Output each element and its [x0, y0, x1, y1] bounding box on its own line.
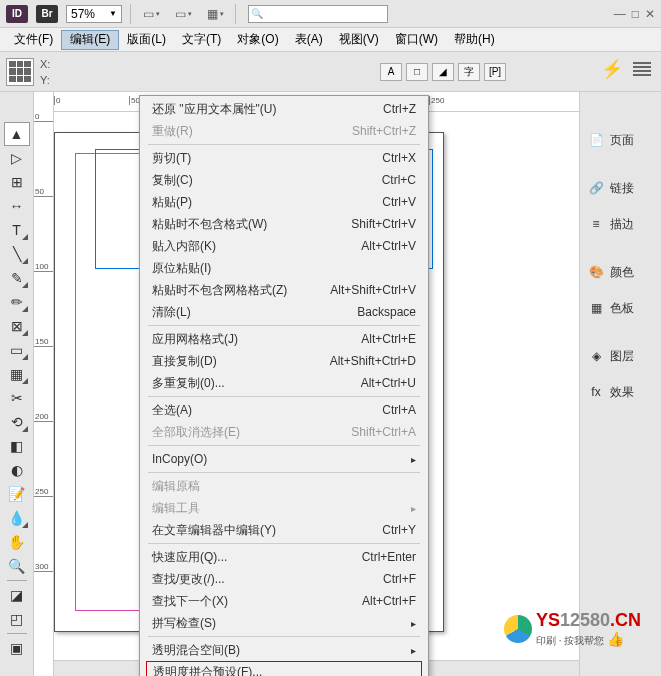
- menu-item[interactable]: 复制(C)Ctrl+C: [140, 169, 428, 191]
- page-tool-icon[interactable]: ⊞: [4, 170, 30, 194]
- menu-file[interactable]: 文件(F): [6, 30, 61, 50]
- panel-label: 图层: [610, 348, 634, 365]
- text-tool-icon[interactable]: A: [380, 63, 402, 81]
- screen-mode-icon[interactable]: ▭: [171, 4, 195, 24]
- zoom-dropdown[interactable]: 57%▼: [66, 5, 122, 23]
- menu-item[interactable]: 拼写检查(S): [140, 612, 428, 634]
- panel-icon: 🎨: [588, 264, 604, 280]
- reference-point-icon[interactable]: [6, 58, 34, 86]
- panel-label: 色板: [610, 300, 634, 317]
- minimize-icon[interactable]: —: [614, 7, 626, 21]
- menu-type[interactable]: 文字(T): [174, 30, 229, 50]
- menu-item[interactable]: 直接复制(D)Alt+Shift+Ctrl+D: [140, 350, 428, 372]
- menu-item[interactable]: 原位粘贴(I): [140, 257, 428, 279]
- panel-tab[interactable]: fx效果: [580, 374, 661, 410]
- menu-item[interactable]: 应用网格格式(J)Alt+Ctrl+E: [140, 328, 428, 350]
- panel-tab[interactable]: ▦色板: [580, 290, 661, 326]
- panel-tab[interactable]: 🎨颜色: [580, 254, 661, 290]
- control-bar: X: Y: A □ ◢ 字 [P] ⚡: [0, 52, 661, 92]
- panel-tab[interactable]: ◈图层: [580, 338, 661, 374]
- menu-help[interactable]: 帮助(H): [446, 30, 503, 50]
- maximize-icon[interactable]: □: [632, 7, 639, 21]
- panel-icon: 🔗: [588, 180, 604, 196]
- menu-item[interactable]: 多重复制(0)...Alt+Ctrl+U: [140, 372, 428, 394]
- menu-item[interactable]: 剪切(T)Ctrl+X: [140, 147, 428, 169]
- rectangle-tool-icon[interactable]: ▭: [4, 338, 30, 362]
- workspace: ▲ ▷ ⊞ ↔ T ╲ ✎ ✏ ⊠ ▭ ▦ ✂ ⟲ ◧ ◐ 📝 💧 ✋ 🔍 ◪ …: [0, 92, 661, 676]
- thumbs-up-icon: 👍: [607, 631, 624, 647]
- edit-menu-dropdown: 还原 "应用文本属性"(U)Ctrl+Z重做(R)Shift+Ctrl+Z剪切(…: [139, 95, 429, 676]
- menu-item[interactable]: 查找下一个(X)Alt+Ctrl+F: [140, 590, 428, 612]
- type-tool-icon[interactable]: T: [4, 218, 30, 242]
- direct-selection-tool-icon[interactable]: ▷: [4, 146, 30, 170]
- menu-bar: 文件(F) 编辑(E) 版面(L) 文字(T) 对象(O) 表(A) 视图(V)…: [0, 28, 661, 52]
- grid-tool-icon[interactable]: ▦: [4, 362, 30, 386]
- panel-icon: 📄: [588, 132, 604, 148]
- panel-label: 描边: [610, 216, 634, 233]
- menu-item[interactable]: 全选(A)Ctrl+A: [140, 399, 428, 421]
- menu-item[interactable]: 快速应用(Q)...Ctrl+Enter: [140, 546, 428, 568]
- menu-view[interactable]: 视图(V): [331, 30, 387, 50]
- panel-tab[interactable]: ≡描边: [580, 206, 661, 242]
- selection-tool-icon[interactable]: ▲: [4, 122, 30, 146]
- menu-item[interactable]: 粘贴(P)Ctrl+V: [140, 191, 428, 213]
- menu-layout[interactable]: 版面(L): [119, 30, 174, 50]
- menu-table[interactable]: 表(A): [287, 30, 331, 50]
- arrange-icon[interactable]: ▦: [203, 4, 227, 24]
- gap-tool-icon[interactable]: ↔: [4, 194, 30, 218]
- menu-item[interactable]: 清除(L)Backspace: [140, 301, 428, 323]
- fill-stroke-icon[interactable]: ◪: [4, 583, 30, 607]
- hand-tool-icon[interactable]: ✋: [4, 530, 30, 554]
- panel-tab[interactable]: 📄页面: [580, 122, 661, 158]
- bridge-logo-icon[interactable]: Br: [36, 5, 58, 23]
- menu-edit[interactable]: 编辑(E): [61, 30, 119, 50]
- free-transform-tool-icon[interactable]: ⟲: [4, 410, 30, 434]
- panel-label: 颜色: [610, 264, 634, 281]
- panel-icon: ≡: [588, 216, 604, 232]
- menu-item[interactable]: 粘贴时不包含格式(W)Shift+Ctrl+V: [140, 213, 428, 235]
- menu-item[interactable]: 还原 "应用文本属性"(U)Ctrl+Z: [140, 98, 428, 120]
- title-bar: ID Br 57%▼ ▭ ▭ ▦ — □ ✕: [0, 0, 661, 28]
- char-icon[interactable]: 字: [458, 63, 480, 81]
- menu-item[interactable]: 透明度拼合预设(F)...: [146, 661, 422, 676]
- quick-apply-icon[interactable]: ⚡: [595, 58, 629, 80]
- panel-label: 链接: [610, 180, 634, 197]
- menu-item: 全部取消选择(E)Shift+Ctrl+A: [140, 421, 428, 443]
- menu-item[interactable]: 在文章编辑器中编辑(Y)Ctrl+Y: [140, 519, 428, 541]
- menu-window[interactable]: 窗口(W): [387, 30, 446, 50]
- eyedropper-tool-icon[interactable]: 💧: [4, 506, 30, 530]
- gradient-tool-icon[interactable]: ◧: [4, 434, 30, 458]
- view-mode-icon[interactable]: ▭: [139, 4, 163, 24]
- pencil-tool-icon[interactable]: ✏: [4, 290, 30, 314]
- tools-panel: ▲ ▷ ⊞ ↔ T ╲ ✎ ✏ ⊠ ▭ ▦ ✂ ⟲ ◧ ◐ 📝 💧 ✋ 🔍 ◪ …: [0, 92, 34, 676]
- close-icon[interactable]: ✕: [645, 7, 655, 21]
- search-input[interactable]: [248, 5, 388, 23]
- view-mode-tool-icon[interactable]: ▣: [4, 636, 30, 660]
- line-tool-icon[interactable]: ╲: [4, 242, 30, 266]
- zoom-tool-icon[interactable]: 🔍: [4, 554, 30, 578]
- rectangle-frame-tool-icon[interactable]: ⊠: [4, 314, 30, 338]
- menu-object[interactable]: 对象(O): [229, 30, 286, 50]
- menu-item[interactable]: 贴入内部(K)Alt+Ctrl+V: [140, 235, 428, 257]
- menu-item[interactable]: 查找/更改(/)...Ctrl+F: [140, 568, 428, 590]
- chevron-down-icon: ▼: [109, 9, 117, 18]
- para-icon[interactable]: [P]: [484, 63, 506, 81]
- ruler-vertical: 0 50 100 150 200 250 300: [34, 92, 54, 676]
- panel-menu-icon[interactable]: [633, 58, 651, 80]
- gradient-feather-tool-icon[interactable]: ◐: [4, 458, 30, 482]
- panel-icon: ◈: [588, 348, 604, 364]
- menu-item: 编辑原稿: [140, 475, 428, 497]
- panel-label: 页面: [610, 132, 634, 149]
- pen-tool-icon[interactable]: ✎: [4, 266, 30, 290]
- canvas[interactable]: 0 50 100 150 200 250 布 PDF 时 曲 .........…: [54, 92, 579, 676]
- default-fill-stroke-icon[interactable]: ◰: [4, 607, 30, 631]
- menu-item: 编辑工具: [140, 497, 428, 519]
- scissors-tool-icon[interactable]: ✂: [4, 386, 30, 410]
- stroke-icon[interactable]: ◢: [432, 63, 454, 81]
- menu-item[interactable]: 粘贴时不包含网格格式(Z)Alt+Shift+Ctrl+V: [140, 279, 428, 301]
- fill-icon[interactable]: □: [406, 63, 428, 81]
- menu-item[interactable]: InCopy(O): [140, 448, 428, 470]
- note-tool-icon[interactable]: 📝: [4, 482, 30, 506]
- panel-tab[interactable]: 🔗链接: [580, 170, 661, 206]
- menu-item[interactable]: 透明混合空间(B): [140, 639, 428, 661]
